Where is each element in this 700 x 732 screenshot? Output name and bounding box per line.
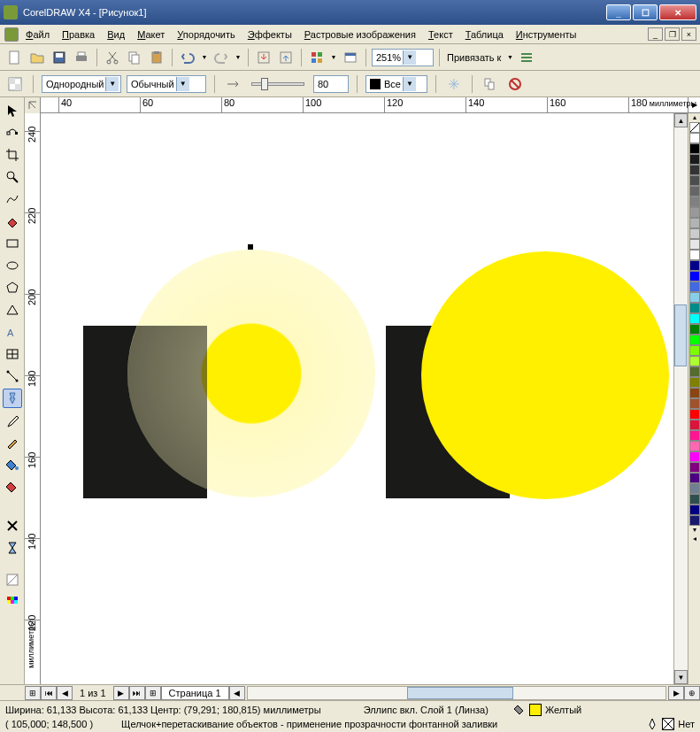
- dimension-tool[interactable]: [3, 366, 22, 386]
- scroll-down-button[interactable]: ▼: [674, 670, 688, 684]
- options-button[interactable]: [517, 48, 536, 67]
- color-swatch[interactable]: [689, 196, 700, 207]
- hourglass-icon[interactable]: [3, 538, 22, 558]
- color-swatch[interactable]: [689, 515, 700, 526]
- palette-down-arrow[interactable]: ▾: [688, 526, 700, 535]
- color-swatch[interactable]: [689, 143, 700, 154]
- next-page-button[interactable]: ▶: [113, 686, 129, 700]
- color-swatch[interactable]: [689, 303, 700, 313]
- color-swatch[interactable]: [689, 483, 700, 494]
- transparency-slider[interactable]: [251, 82, 304, 86]
- app-menu-icon[interactable]: [4, 27, 19, 42]
- color-swatch[interactable]: [689, 377, 700, 388]
- shape-tool[interactable]: [3, 123, 22, 143]
- paste-button[interactable]: [147, 48, 166, 67]
- polygon-tool[interactable]: [3, 278, 22, 297]
- color-swatch[interactable]: [689, 388, 700, 398]
- drawing-canvas[interactable]: [41, 113, 673, 684]
- zoom-tool[interactable]: [3, 167, 22, 187]
- chevron-down-icon[interactable]: ▼: [403, 77, 416, 91]
- redo-dropdown[interactable]: ▼: [234, 48, 242, 67]
- ruler-origin[interactable]: [25, 97, 41, 113]
- freehand-tool[interactable]: [3, 189, 22, 209]
- outline-color-swatch[interactable]: [662, 718, 674, 730]
- smart-fill-tool[interactable]: [3, 212, 22, 231]
- doc-minimize-button[interactable]: _: [648, 27, 663, 41]
- color-swatch[interactable]: [689, 398, 700, 409]
- no-color-swatch[interactable]: [689, 122, 700, 133]
- menu-растровые изображения[interactable]: Растровые изображения: [298, 27, 422, 42]
- vertical-ruler[interactable]: 240220200180160140120 миллиметры: [25, 113, 41, 684]
- color-swatch[interactable]: [689, 505, 700, 515]
- color-swatch[interactable]: [689, 239, 700, 250]
- eyedropper-tool[interactable]: [3, 411, 22, 430]
- interactive-fill-tool[interactable]: [3, 477, 22, 497]
- menu-правка[interactable]: Правка: [56, 27, 101, 42]
- color-swatch[interactable]: [689, 313, 700, 324]
- interactive-transparency-tool[interactable]: [3, 389, 22, 408]
- color-swatch[interactable]: [689, 441, 700, 451]
- outline-tool[interactable]: [3, 433, 22, 452]
- basic-shapes-tool[interactable]: [3, 300, 22, 320]
- color-swatch[interactable]: [689, 366, 700, 377]
- doc-close-button[interactable]: ×: [681, 27, 696, 41]
- palette-up-arrow[interactable]: ▴: [688, 113, 700, 122]
- print-button[interactable]: [72, 48, 91, 67]
- add-page-after-button[interactable]: ⊞: [145, 686, 161, 700]
- import-button[interactable]: [254, 48, 273, 67]
- hscroll-left-button[interactable]: ◀: [229, 686, 245, 700]
- save-button[interactable]: [50, 48, 69, 67]
- menu-упорядочить[interactable]: Упорядочить: [171, 27, 241, 42]
- color-swatch[interactable]: [689, 228, 700, 239]
- color-pick-icon[interactable]: [3, 592, 22, 612]
- transparency-amount-input[interactable]: 80: [313, 75, 349, 93]
- delete-tool[interactable]: [3, 516, 22, 536]
- color-swatch[interactable]: [689, 292, 700, 303]
- color-swatch[interactable]: [689, 345, 700, 356]
- horizontal-scrollbar[interactable]: [247, 686, 666, 700]
- pick-tool[interactable]: [3, 101, 22, 120]
- hscroll-right-button[interactable]: ▶: [668, 686, 684, 700]
- page-tab[interactable]: Страница 1: [161, 686, 229, 700]
- close-button[interactable]: ✕: [659, 4, 696, 20]
- undo-button[interactable]: [178, 48, 197, 67]
- color-swatch[interactable]: [689, 462, 700, 473]
- palette-flyout-arrow[interactable]: ◂: [688, 535, 700, 543]
- color-swatch[interactable]: [689, 356, 700, 366]
- color-swatch[interactable]: [689, 335, 700, 345]
- fill-tool[interactable]: [3, 455, 22, 474]
- maximize-button[interactable]: ☐: [633, 4, 658, 20]
- color-swatch[interactable]: [689, 260, 700, 271]
- scroll-thumb[interactable]: [674, 304, 687, 366]
- color-swatch[interactable]: [689, 430, 700, 441]
- app-launcher-button[interactable]: [307, 48, 327, 67]
- shape-circle-right[interactable]: [421, 251, 669, 499]
- text-tool[interactable]: A: [3, 322, 22, 342]
- menu-таблица[interactable]: Таблица: [459, 27, 510, 42]
- menu-файл[interactable]: Файл: [19, 27, 56, 42]
- slider-thumb[interactable]: [261, 78, 268, 90]
- prev-page-button[interactable]: ◀: [57, 686, 73, 700]
- export-button[interactable]: [276, 48, 296, 67]
- chevron-down-icon[interactable]: ▼: [403, 50, 416, 65]
- doc-restore-button[interactable]: ❐: [665, 27, 680, 41]
- horizontal-ruler[interactable]: 406080100120140160180 миллиметры ▶: [25, 97, 700, 113]
- color-swatch[interactable]: [689, 250, 700, 260]
- color-swatch[interactable]: [689, 271, 700, 281]
- transparency-start-button[interactable]: [223, 74, 242, 94]
- color-swatch[interactable]: [689, 473, 700, 483]
- redo-button[interactable]: [212, 48, 231, 67]
- app-launcher-dropdown[interactable]: ▼: [329, 48, 338, 67]
- fill-color-swatch[interactable]: [529, 704, 542, 716]
- copy-button[interactable]: [125, 48, 144, 67]
- table-tool[interactable]: [3, 344, 22, 364]
- menu-макет[interactable]: Макет: [131, 27, 171, 42]
- first-page-button[interactable]: ⏮: [41, 686, 57, 700]
- color-swatch[interactable]: [689, 175, 700, 186]
- add-page-button[interactable]: ⊞: [25, 686, 41, 700]
- transparency-operation-dropdown[interactable]: Обычный▼: [127, 75, 206, 93]
- color-swatch[interactable]: [689, 154, 700, 165]
- color-swatch[interactable]: [689, 165, 700, 175]
- apply-to-dropdown[interactable]: Все▼: [365, 75, 427, 93]
- color-swatch[interactable]: [689, 420, 700, 430]
